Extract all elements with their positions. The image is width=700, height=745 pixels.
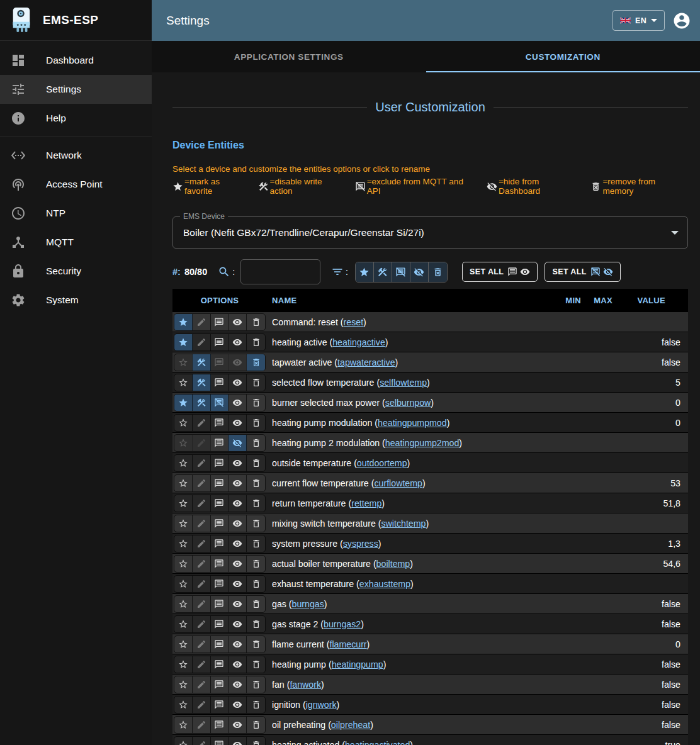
mqtt-exclude-toggle[interactable] — [211, 395, 229, 411]
visibility-toggle[interactable] — [229, 495, 247, 512]
visibility-toggle[interactable] — [229, 455, 247, 471]
visibility-toggle[interactable] — [229, 374, 247, 391]
filter-toggle-star[interactable] — [356, 262, 374, 282]
edit-toggle[interactable] — [193, 737, 211, 745]
visibility-toggle[interactable] — [229, 737, 247, 745]
visibility-toggle[interactable] — [229, 576, 247, 592]
visibility-toggle[interactable] — [229, 717, 247, 733]
edit-toggle[interactable] — [193, 535, 211, 552]
delete-toggle[interactable] — [247, 656, 265, 673]
entity-link[interactable]: heatingactive — [332, 337, 385, 347]
mqtt-toggle[interactable] — [211, 475, 229, 491]
entity-name[interactable]: heating activated (heatingactivated) — [267, 740, 548, 745]
edit-toggle[interactable] — [193, 435, 211, 451]
visibility-toggle[interactable] — [229, 334, 247, 350]
delete-toggle[interactable] — [247, 374, 265, 391]
ems-device-select[interactable]: EMS Device Boiler (Nefit GBx72/Trendline… — [172, 216, 688, 249]
mqtt-toggle[interactable] — [211, 515, 229, 532]
visibility-toggle[interactable] — [229, 395, 247, 411]
mqtt-toggle[interactable] — [211, 435, 229, 451]
sidebar-item-settings[interactable]: Settings — [0, 75, 152, 104]
sidebar-item-security[interactable]: Security — [0, 257, 152, 286]
favorite-toggle[interactable] — [174, 596, 193, 612]
edit-toggle[interactable] — [193, 515, 211, 532]
delete-toggle[interactable] — [247, 334, 265, 350]
mqtt-toggle[interactable] — [211, 535, 229, 552]
edit-toggle[interactable] — [193, 616, 211, 632]
filter-toggle-delete-forever[interactable] — [429, 262, 447, 282]
entity-name[interactable]: ignition (ignwork) — [267, 700, 548, 710]
edit-toggle[interactable] — [193, 415, 211, 431]
entity-name[interactable]: heating pump (heatingpump) — [267, 659, 548, 669]
entity-name[interactable]: exhaust temperature (exhausttemp) — [267, 579, 548, 589]
entity-link[interactable]: ignwork — [306, 700, 337, 710]
favorite-toggle[interactable] — [174, 656, 193, 673]
write-disabled-toggle[interactable] — [193, 374, 211, 391]
visibility-toggle[interactable] — [229, 475, 247, 491]
filter-toggle-eye-off[interactable] — [410, 262, 429, 282]
favorite-toggle[interactable] — [174, 415, 193, 431]
entity-name[interactable]: gas stage 2 (burngas2) — [267, 619, 548, 629]
entity-link[interactable]: rettemp — [351, 498, 381, 508]
entity-name[interactable]: flame current (flamecurr) — [267, 639, 548, 649]
entity-link[interactable]: outdoortemp — [357, 458, 407, 468]
sidebar-item-system[interactable]: System — [0, 286, 152, 315]
delete-toggle[interactable] — [247, 737, 265, 745]
favorite-toggle[interactable] — [174, 717, 193, 733]
entity-link[interactable]: tapwateractive — [337, 357, 395, 367]
entity-name[interactable]: tapwater active (tapwateractive) — [267, 357, 548, 367]
entity-name[interactable]: burner selected max power (selburnpow) — [267, 398, 548, 408]
mqtt-toggle[interactable] — [211, 415, 229, 431]
hide-dashboard-toggle[interactable] — [229, 435, 247, 451]
entity-link[interactable]: syspress — [343, 539, 378, 549]
visibility-toggle[interactable] — [229, 636, 247, 653]
edit-toggle[interactable] — [193, 475, 211, 491]
delete-toggle[interactable] — [247, 515, 265, 532]
visibility-toggle[interactable] — [229, 556, 247, 572]
sidebar-item-network[interactable]: Network — [0, 141, 152, 170]
remove-memory-toggle[interactable] — [247, 354, 265, 371]
favorite-toggle[interactable] — [174, 395, 193, 411]
entity-name[interactable]: current flow temperature (curflowtemp) — [267, 478, 548, 488]
favorite-toggle[interactable] — [174, 535, 193, 552]
favorite-toggle[interactable] — [174, 334, 193, 350]
favorite-toggle[interactable] — [174, 737, 193, 745]
language-select[interactable]: EN — [612, 10, 665, 31]
entity-link[interactable]: exhausttemp — [359, 579, 410, 589]
edit-toggle[interactable] — [193, 495, 211, 512]
favorite-toggle[interactable] — [174, 515, 193, 532]
edit-toggle[interactable] — [193, 455, 211, 471]
entity-name[interactable]: system pressure (syspress) — [267, 539, 548, 549]
favorite-toggle[interactable] — [174, 576, 193, 592]
delete-toggle[interactable] — [247, 475, 265, 491]
sidebar-item-ntp[interactable]: NTP — [0, 199, 152, 228]
filter-toggle-construction[interactable] — [374, 262, 392, 282]
delete-toggle[interactable] — [247, 717, 265, 733]
visibility-toggle[interactable] — [229, 596, 247, 612]
favorite-toggle[interactable] — [174, 475, 193, 491]
delete-toggle[interactable] — [247, 596, 265, 612]
delete-toggle[interactable] — [247, 314, 265, 330]
mqtt-toggle[interactable] — [211, 576, 229, 592]
mqtt-toggle[interactable] — [211, 636, 229, 653]
delete-toggle[interactable] — [247, 616, 265, 632]
mqtt-toggle[interactable] — [211, 737, 229, 745]
mqtt-toggle[interactable] — [211, 495, 229, 512]
visibility-toggle[interactable] — [229, 676, 247, 693]
delete-toggle[interactable] — [247, 556, 265, 572]
delete-toggle[interactable] — [247, 495, 265, 512]
edit-toggle[interactable] — [193, 636, 211, 653]
entity-link[interactable]: selflowtemp — [380, 378, 427, 388]
sidebar-item-mqtt[interactable]: MQTT — [0, 228, 152, 257]
entity-link[interactable]: selburnpow — [385, 398, 431, 408]
favorite-toggle[interactable] — [174, 354, 193, 371]
favorite-toggle[interactable] — [174, 314, 193, 330]
favorite-toggle[interactable] — [174, 676, 193, 693]
favorite-toggle[interactable] — [174, 636, 193, 653]
mqtt-toggle[interactable] — [211, 455, 229, 471]
visibility-toggle[interactable] — [229, 697, 247, 713]
sidebar-item-dashboard[interactable]: Dashboard — [0, 46, 152, 75]
entity-link[interactable]: heatingpumpmod — [378, 418, 447, 428]
set-all-button-show[interactable]: SET ALL — [462, 262, 538, 282]
mqtt-toggle[interactable] — [211, 334, 229, 350]
